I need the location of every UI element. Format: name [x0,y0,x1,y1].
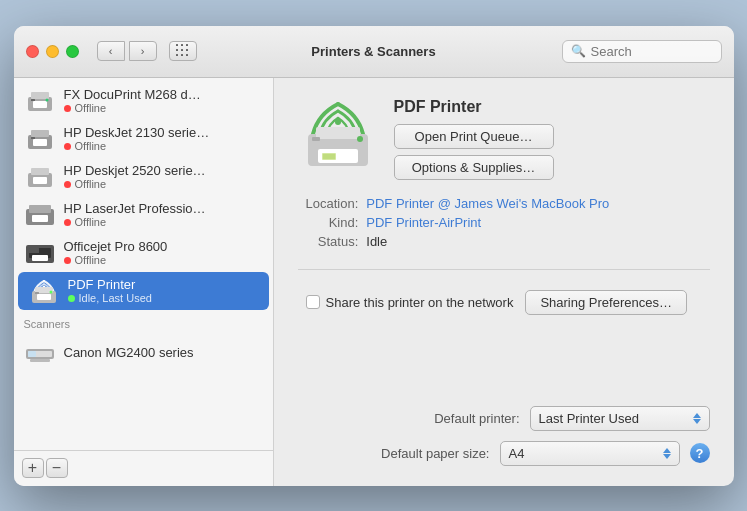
kind-value: PDF Printer-AirPrint [366,215,709,230]
help-button[interactable]: ? [690,443,710,463]
svg-rect-35 [323,154,335,159]
svg-rect-8 [31,137,35,139]
printer-icon [28,277,60,305]
printer-name: HP DeskJet 2130 serie… [64,125,210,140]
scanner-info: Canon MG2400 series [64,345,194,360]
status-dot [64,257,71,264]
detail-buttons: Open Print Queue… Options & Supplies… [394,124,554,180]
scanner-item[interactable]: Canon MG2400 series [14,334,273,372]
default-paper-value: A4 [509,446,525,461]
default-paper-label: Default paper size: [381,446,489,461]
printer-info: PDF Printer Idle, Last Used [68,277,152,304]
default-paper-row: Default paper size: A4 ? [298,441,710,466]
nav-buttons: ‹ › [97,41,157,61]
minimize-button[interactable] [46,45,59,58]
printer-status: Offline [64,102,201,114]
printer-detail-header: PDF Printer Open Print Queue… Options & … [298,98,710,180]
printer-info: HP Deskjet 2520 serie… Offline [64,163,206,190]
location-value: PDF Printer @ James Wei's MacBook Pro [366,196,709,211]
printer-status: Offline [64,178,206,190]
printer-info: Officejet Pro 8600 Offline [64,239,168,266]
grid-button[interactable] [169,41,197,61]
printer-status: Offline [64,140,210,152]
printer-detail-name: PDF Printer [394,98,554,116]
printer-info: FX DocuPrint M268 d… Offline [64,87,201,114]
status-label: Status: [306,234,359,249]
status-dot [64,181,71,188]
share-checkbox[interactable] [306,295,320,309]
remove-printer-button[interactable]: − [46,458,68,478]
printer-big-icon [298,99,378,179]
search-input[interactable] [591,44,713,59]
scanner-name: Canon MG2400 series [64,345,194,360]
scanners-header: Scanners [14,310,273,334]
svg-rect-18 [29,248,39,253]
printer-list: FX DocuPrint M268 d… Offline [14,78,273,450]
printer-icon [24,125,56,153]
printer-status: Idle, Last Used [68,292,152,304]
content: FX DocuPrint M268 d… Offline [14,78,734,486]
svg-point-36 [357,136,363,142]
svg-rect-6 [31,130,49,137]
printer-item[interactable]: HP DeskJet 2130 serie… Offline [14,120,273,158]
printer-icon [24,239,56,267]
default-printer-select[interactable]: Last Printer Used [530,406,710,431]
status-dot [64,219,71,226]
printer-icon [24,163,56,191]
default-printer-label: Default printer: [434,411,519,426]
default-paper-select[interactable]: A4 [500,441,680,466]
scanner-icon [24,339,56,367]
share-row: Share this printer on the network Sharin… [306,290,710,315]
svg-rect-1 [31,92,49,99]
window: ‹ › Printers & Scanners 🔍 [14,26,734,486]
svg-rect-14 [32,215,48,222]
printer-item[interactable]: HP LaserJet Professio… Offline [14,196,273,234]
back-button[interactable]: ‹ [97,41,125,61]
options-supplies-button[interactable]: Options & Supplies… [394,155,554,180]
printer-icon [24,201,56,229]
open-print-queue-button[interactable]: Open Print Queue… [394,124,554,149]
default-printer-row: Default printer: Last Printer Used [298,406,710,431]
printer-name: Officejet Pro 8600 [64,239,168,254]
printer-status: Offline [64,216,206,228]
printer-name: HP Deskjet 2520 serie… [64,163,206,178]
printer-item[interactable]: FX DocuPrint M268 d… Offline [14,82,273,120]
printer-item[interactable]: HP Deskjet 2520 serie… Offline [14,158,273,196]
close-button[interactable] [26,45,39,58]
svg-rect-3 [31,99,35,101]
printer-detail-info: PDF Printer Open Print Queue… Options & … [394,98,554,180]
add-printer-button[interactable]: + [22,458,44,478]
printer-meta: Location: PDF Printer @ James Wei's MacB… [306,196,710,249]
bottom-section: Default printer: Last Printer Used Defau… [298,406,710,466]
svg-rect-13 [29,205,51,213]
svg-rect-10 [31,168,49,175]
svg-rect-23 [35,292,39,294]
svg-rect-7 [33,139,47,146]
sharing-preferences-button[interactable]: Sharing Preferences… [525,290,687,315]
svg-point-4 [45,98,48,101]
printer-status: Offline [64,254,168,266]
grid-icon [176,44,190,58]
printer-info: HP DeskJet 2130 serie… Offline [64,125,210,152]
select-arrow-icon [663,448,671,459]
window-title: Printers & Scanners [311,44,435,59]
search-box[interactable]: 🔍 [562,40,722,63]
svg-point-29 [335,119,341,125]
svg-rect-2 [33,101,47,108]
sidebar: FX DocuPrint M268 d… Offline [14,78,274,486]
share-checkbox-label[interactable]: Share this printer on the network [306,295,514,310]
printer-name: HP LaserJet Professio… [64,201,206,216]
svg-rect-37 [312,137,320,141]
svg-rect-11 [33,177,47,184]
selected-printer-item[interactable]: PDF Printer Idle, Last Used [18,272,269,310]
printer-name: PDF Printer [68,277,152,292]
default-printer-value: Last Printer Used [539,411,639,426]
printer-item[interactable]: Officejet Pro 8600 Offline [14,234,273,272]
forward-button[interactable]: › [129,41,157,61]
svg-rect-28 [30,359,50,362]
maximize-button[interactable] [66,45,79,58]
printer-info: HP LaserJet Professio… Offline [64,201,206,228]
printer-name: FX DocuPrint M268 d… [64,87,201,102]
svg-rect-22 [37,294,51,300]
svg-rect-31 [316,127,360,139]
